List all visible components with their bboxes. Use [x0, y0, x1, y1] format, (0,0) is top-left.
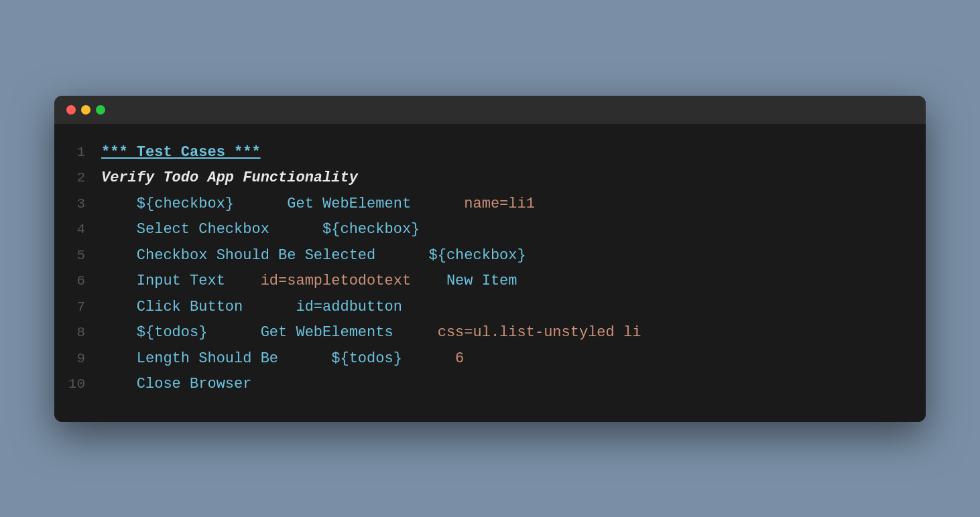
line-number: 4: [68, 218, 101, 242]
minimize-button[interactable]: [81, 105, 90, 115]
titlebar: [54, 96, 926, 124]
code-segment: ${checkbox}: [322, 221, 420, 238]
line-content: Verify Todo App Functionality: [101, 165, 358, 192]
line-content: Length Should Be ${todos} 6: [101, 346, 464, 372]
line-content: *** Test Cases ***: [101, 140, 261, 166]
maximize-button[interactable]: [96, 105, 105, 115]
code-segment: New Item: [411, 273, 517, 289]
line-number: 6: [68, 269, 101, 294]
code-segment: [101, 324, 137, 341]
code-segment: [402, 350, 455, 367]
code-segment: ${checkbox}: [137, 196, 234, 212]
code-line: 6 Input Text id=sampletodotext New Item: [68, 269, 906, 295]
code-line: 1*** Test Cases ***: [68, 140, 906, 166]
code-segment: [101, 196, 137, 212]
line-number: 8: [68, 321, 101, 346]
code-segment: Get WebElements: [207, 324, 437, 341]
code-segment: Verify Todo App Functionality: [101, 169, 358, 186]
line-number: 2: [68, 166, 101, 191]
code-segment: Select Checkbox: [101, 221, 322, 238]
code-segment: id=addbutton: [296, 299, 402, 315]
close-button[interactable]: [66, 105, 76, 115]
line-content: Checkbox Should Be Selected ${checkbox}: [101, 243, 526, 269]
code-segment: ${todos}: [331, 350, 402, 367]
code-line: 10 Close Browser: [68, 372, 906, 398]
line-content: ${checkbox} Get WebElement name=li1: [101, 192, 535, 218]
line-number: 1: [68, 141, 101, 165]
code-line: 3 ${checkbox} Get WebElement name=li1: [68, 192, 906, 218]
code-segment: ${checkbox}: [428, 247, 526, 264]
code-segment: Get WebElement: [234, 196, 464, 212]
code-line: 7 Click Button id=addbutton: [68, 295, 906, 321]
code-segment: css=ul.list-unstyled li: [438, 324, 641, 341]
code-line: 8 ${todos} Get WebElements css=ul.list-u…: [68, 320, 906, 346]
code-segment: *** Test Cases ***: [101, 144, 261, 161]
code-segment: ${todos}: [137, 324, 208, 341]
line-number: 10: [68, 372, 101, 397]
code-segment: name=li1: [464, 196, 535, 212]
code-editor: 1*** Test Cases ***2Verify Todo App Func…: [54, 124, 926, 422]
line-number: 3: [68, 192, 101, 217]
line-content: Close Browser: [101, 372, 251, 398]
code-segment: Click Button: [101, 299, 296, 315]
code-window: 1*** Test Cases ***2Verify Todo App Func…: [54, 96, 926, 422]
line-content: Input Text id=sampletodotext New Item: [101, 269, 517, 295]
line-content: Select Checkbox ${checkbox}: [101, 217, 420, 243]
code-segment: Length Should Be: [101, 350, 331, 367]
code-segment: 6: [455, 350, 464, 367]
code-segment: Input Text: [101, 273, 261, 289]
code-line: 9 Length Should Be ${todos} 6: [68, 346, 906, 372]
line-number: 7: [68, 295, 101, 320]
code-line: 2Verify Todo App Functionality: [68, 165, 906, 192]
line-number: 5: [68, 244, 101, 269]
code-segment: Checkbox Should Be Selected: [101, 247, 428, 264]
code-segment: Close Browser: [101, 376, 251, 392]
code-line: 4 Select Checkbox ${checkbox}: [68, 217, 906, 243]
code-line: 5 Checkbox Should Be Selected ${checkbox…: [68, 243, 906, 269]
line-number: 9: [68, 347, 101, 372]
line-content: Click Button id=addbutton: [101, 295, 402, 321]
line-content: ${todos} Get WebElements css=ul.list-uns…: [101, 320, 641, 346]
code-segment: id=sampletodotext: [261, 273, 411, 289]
